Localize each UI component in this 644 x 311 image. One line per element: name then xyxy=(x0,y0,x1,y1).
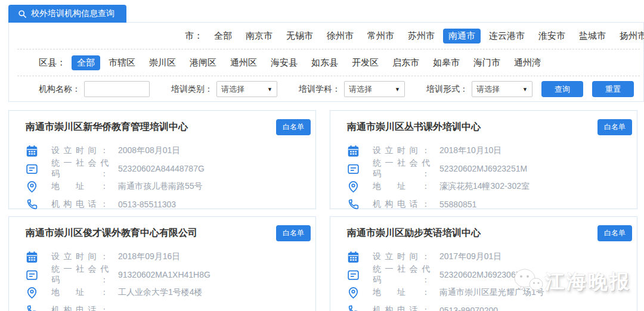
city-option-selected[interactable]: 南通市 xyxy=(443,29,481,43)
calendar-icon xyxy=(347,145,360,157)
city-option[interactable]: 南京市 xyxy=(240,29,278,43)
established-value: 2018年10月10日 xyxy=(439,145,501,156)
field-label: 设立时间： xyxy=(373,145,430,156)
institution-name-label: 机构名称： xyxy=(39,84,80,95)
district-option[interactable]: 海安县 xyxy=(265,55,303,70)
phone-value: 0513-85511303 xyxy=(118,200,176,209)
tab-institution-query[interactable]: 校外培训机构信息查询 xyxy=(8,5,126,23)
field-label: 统一社会代码： xyxy=(373,158,430,179)
district-option[interactable]: 通州湾 xyxy=(509,55,546,70)
city-option[interactable]: 常州市 xyxy=(362,29,400,43)
code-value: 52320602A84448787G xyxy=(118,164,205,173)
city-option[interactable]: 连云港市 xyxy=(484,29,530,43)
caret-down-icon: ▼ xyxy=(267,86,273,92)
tab-title: 校外培训机构信息查询 xyxy=(31,8,114,19)
subject-select[interactable]: 请选择 ▼ xyxy=(344,81,405,97)
established-field: 设立时间： 2008年08月01日 xyxy=(26,142,311,160)
city-option[interactable]: 扬州市 xyxy=(614,29,644,43)
code-field: 统一社会代码： 52320602MJ6923067X xyxy=(347,266,632,284)
field-label: 设立时间： xyxy=(51,251,109,262)
institution-card: 南通市崇川区丛书课外培训中心 白名单 设立时间： 2018年10月10日 统一社… xyxy=(330,110,637,209)
phone-icon xyxy=(347,198,360,211)
category-selected-value: 请选择 xyxy=(221,84,244,95)
city-option[interactable]: 徐州市 xyxy=(321,29,359,43)
id-card-icon xyxy=(26,269,38,281)
whitelist-badge: 白名单 xyxy=(597,119,632,135)
established-field: 设立时间： 2018年10月10日 xyxy=(347,142,632,160)
code-value: 52320602MJ6923251M xyxy=(439,164,527,173)
location-pin-icon xyxy=(26,181,38,193)
phone-field: 机构电话： xyxy=(26,301,311,311)
location-pin-icon xyxy=(347,287,360,299)
field-label: 设立时间： xyxy=(51,145,109,156)
id-card-icon xyxy=(26,163,38,175)
phone-field: 机构电话： 0513-85511303 xyxy=(26,195,311,213)
code-value: 91320602MA1XH41H8G xyxy=(118,270,210,279)
city-option[interactable]: 苏州市 xyxy=(402,29,440,43)
field-label: 设立时间： xyxy=(373,251,430,262)
phone-value: 0513-89070200 xyxy=(439,306,498,311)
mode-selected-value: 请选择 xyxy=(476,84,500,95)
field-label: 统一社会代码： xyxy=(51,158,109,179)
district-option[interactable]: 启东市 xyxy=(387,55,425,70)
reset-button[interactable]: 重置 xyxy=(592,81,634,97)
district-option[interactable]: 港闸区 xyxy=(184,55,222,70)
phone-icon xyxy=(347,304,360,311)
institution-card: 南通市崇川区励步英语培训中心 白名单 设立时间： 2017年09月01日 统一社… xyxy=(330,216,637,311)
whitelist-badge: 白名单 xyxy=(276,225,311,241)
district-option[interactable]: 开发区 xyxy=(346,55,384,70)
institution-title: 南通市崇川区丛书课外培训中心 xyxy=(347,119,481,133)
category-label: 培训类别： xyxy=(171,84,213,95)
filter-panel: 市： 全部 南京市 无锡市 徐州市 常州市 苏州市 南通市 连云港市 淮安市 盐… xyxy=(8,22,644,102)
code-value: 52320602MJ6923067X xyxy=(439,270,526,279)
mode-select[interactable]: 请选择 ▼ xyxy=(472,81,532,97)
query-button[interactable]: 查询 xyxy=(541,81,583,97)
code-field: 统一社会代码： 52320602MJ6923251M xyxy=(347,160,632,178)
city-option[interactable]: 无锡市 xyxy=(281,29,318,43)
established-field: 设立时间： 2018年09月16日 xyxy=(26,248,311,266)
results-grid: 南通市崇川区新华侨教育管理培训中心 白名单 设立时间： 2008年08月01日 … xyxy=(8,110,637,311)
field-label: 地址： xyxy=(51,181,109,192)
field-label: 地址： xyxy=(373,287,430,298)
id-card-icon xyxy=(347,269,360,281)
district-filter-row: 区县： 全部 市辖区 崇川区 港闸区 通州区 海安县 如东县 开发区 启东市 如… xyxy=(9,49,643,76)
id-card-icon xyxy=(347,163,360,175)
phone-value: 55880851 xyxy=(439,200,476,209)
calendar-icon xyxy=(26,251,38,263)
district-option-selected[interactable]: 全部 xyxy=(72,55,100,70)
established-value: 2017年09月01日 xyxy=(439,251,501,262)
subject-selected-value: 请选择 xyxy=(349,84,372,95)
city-option[interactable]: 全部 xyxy=(209,29,237,43)
calendar-icon xyxy=(26,145,38,157)
district-option[interactable]: 崇川区 xyxy=(144,55,181,70)
district-option[interactable]: 市辖区 xyxy=(103,55,141,70)
district-option[interactable]: 如东县 xyxy=(306,55,343,70)
field-label: 机构电话： xyxy=(373,199,430,210)
address-field: 地址： 南通市崇川区星光耀广场1号 xyxy=(347,284,632,301)
institution-title: 南通市崇川区励步英语培训中心 xyxy=(347,225,481,240)
whitelist-badge: 白名单 xyxy=(597,225,632,241)
address-value: 工人业余大学1号楼4楼 xyxy=(118,287,203,298)
established-value: 2018年09月16日 xyxy=(118,251,180,262)
city-option[interactable]: 盐城市 xyxy=(574,29,611,43)
category-select[interactable]: 请选择 ▼ xyxy=(216,81,277,97)
institution-name-input[interactable] xyxy=(84,81,150,97)
address-field: 地址： 工人业余大学1号楼4楼 xyxy=(26,284,311,301)
district-option[interactable]: 如皋市 xyxy=(428,55,465,70)
field-label: 地址： xyxy=(373,181,430,192)
city-filter-row: 市： 全部 南京市 无锡市 徐州市 常州市 苏州市 南通市 连云港市 淮安市 盐… xyxy=(9,23,643,49)
location-pin-icon xyxy=(347,181,360,193)
address-value: 南通市孩儿巷南路55号 xyxy=(118,181,203,192)
district-option[interactable]: 通州区 xyxy=(225,55,262,70)
city-label: 市： xyxy=(185,30,203,42)
field-label: 机构电话： xyxy=(373,305,430,311)
subject-group: 培训学科： 请选择 ▼ xyxy=(299,81,405,97)
phone-icon xyxy=(26,198,38,211)
mode-group: 培训形式： 请选择 ▼ xyxy=(426,81,532,97)
category-group: 培训类别： 请选择 ▼ xyxy=(171,81,277,97)
district-option[interactable]: 海门市 xyxy=(468,55,506,70)
city-option[interactable]: 淮安市 xyxy=(533,29,571,43)
caret-down-icon: ▼ xyxy=(522,86,528,92)
institution-card: 南通市崇川区新华侨教育管理培训中心 白名单 设立时间： 2008年08月01日 … xyxy=(8,110,316,209)
whitelist-badge: 白名单 xyxy=(276,119,311,135)
